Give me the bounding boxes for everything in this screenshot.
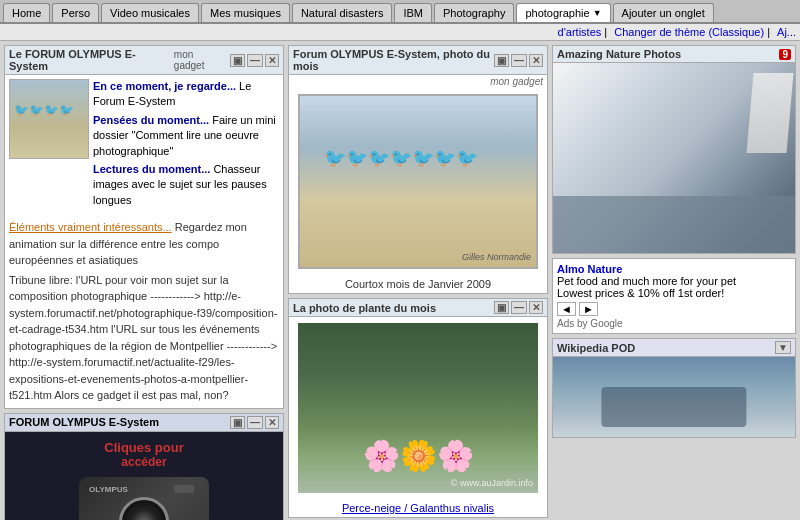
- ads-by-google: Ads by Google: [557, 318, 791, 329]
- plante-du-mois-gadget: La photo de plante du mois ▣ — ✕ © www.a…: [288, 298, 548, 518]
- plante-link[interactable]: Perce-neige / Galanthus nivalis: [342, 502, 494, 514]
- camera-body: OLYMPUS: [79, 477, 209, 520]
- gadget3-minimize-icon[interactable]: —: [511, 301, 527, 314]
- gadget6-expand-icon[interactable]: ▼: [775, 341, 791, 354]
- camera-viewfinder: [174, 485, 194, 493]
- tab-photographie-active[interactable]: photographie ▼: [516, 3, 610, 22]
- forum-olympus-gadget: Le FORUM OLYMPUS E-System mon gadget ▣ —…: [4, 45, 284, 409]
- action-bar: d'artistes | Changer de thème (Classique…: [0, 24, 800, 41]
- gadget5-header: Amazing Nature Photos 9: [553, 46, 795, 63]
- wiki-image-shape: [601, 387, 746, 427]
- lectures-link[interactable]: Lectures du moment...: [93, 163, 210, 175]
- acceder-text: accéder: [121, 455, 166, 469]
- gadget1-title: Le FORUM OLYMPUS E-System: [9, 48, 174, 72]
- ad-controls: ◄ ►: [557, 302, 791, 316]
- birds-photo: Gilles Normandie: [298, 94, 538, 269]
- gadget2-header: Forum OLYMPUS E-System, photo du mois ▣ …: [289, 46, 547, 75]
- right-column: Amazing Nature Photos 9 Almo Nature Pet …: [552, 45, 796, 520]
- tab-natural-disasters[interactable]: Natural disasters: [292, 3, 393, 22]
- gadget4-minimize-icon[interactable]: —: [247, 416, 263, 429]
- wikipedia-image: [553, 357, 795, 437]
- gadget4-title: FORUM OLYMPUS E-System: [9, 416, 159, 429]
- camera-brand: OLYMPUS: [89, 485, 128, 494]
- gadget4-resize-icon[interactable]: ▣: [230, 416, 245, 429]
- gadget2-mon-gadget: mon gadget: [289, 75, 547, 88]
- camera-lens: [119, 497, 169, 520]
- gadget2-title: Forum OLYMPUS E-System, photo du mois: [293, 48, 494, 72]
- tab-ibm[interactable]: IBM: [394, 3, 432, 22]
- gadget2-image-container: Gilles Normandie: [289, 88, 547, 275]
- gadget3-image-container: © www.auJardin.info: [289, 317, 547, 499]
- gadget1-minimize-icon[interactable]: —: [247, 54, 263, 67]
- gadget1-full-text: Éléments vraiment intéressants... Regard…: [5, 215, 283, 408]
- center-column: Forum OLYMPUS E-System, photo du mois ▣ …: [288, 45, 548, 520]
- photo-author: Gilles Normandie: [462, 252, 531, 262]
- cliques-text: Cliques pour: [104, 440, 183, 455]
- amazing-nature-gadget: Amazing Nature Photos 9: [552, 45, 796, 254]
- gadget3-title: La photo de plante du mois: [293, 302, 436, 314]
- tab-mes-musiques[interactable]: Mes musiques: [201, 3, 290, 22]
- change-theme-link[interactable]: Changer de thème (Classique): [614, 26, 764, 38]
- photo-du-mois-gadget: Forum OLYMPUS E-System, photo du mois ▣ …: [288, 45, 548, 294]
- gadget1-resize-icon[interactable]: ▣: [230, 54, 245, 67]
- ad-box: Almo Nature Pet food and much more for y…: [552, 258, 796, 334]
- gadget6-controls: ▼: [775, 341, 791, 354]
- gadget3-resize-icon[interactable]: ▣: [494, 301, 509, 314]
- gadget3-header: La photo de plante du mois ▣ — ✕: [289, 299, 547, 317]
- tribune-label: Tribune libre:: [9, 274, 73, 286]
- main-content: Le FORUM OLYMPUS E-System mon gadget ▣ —…: [0, 41, 800, 520]
- gadget5-badge: 9: [779, 49, 791, 60]
- gadget1-close-icon[interactable]: ✕: [265, 54, 279, 67]
- tribune-content: l'URL pour voir mon sujet sur la composi…: [9, 274, 277, 402]
- elements-link[interactable]: Éléments vraiment intéressants...: [9, 221, 172, 233]
- gadget2-controls: ▣ — ✕: [494, 54, 543, 67]
- tab-perso[interactable]: Perso: [52, 3, 99, 22]
- gadget6-title: Wikipedia POD: [557, 342, 635, 354]
- gadget3-close-icon[interactable]: ✕: [529, 301, 543, 314]
- artistes-link[interactable]: d'artistes: [558, 26, 602, 38]
- gadget1-thumbnail: 🐦🐦🐦🐦: [9, 79, 89, 159]
- gadget2-minimize-icon[interactable]: —: [511, 54, 527, 67]
- separator: |: [604, 26, 610, 38]
- gadget1-header: Le FORUM OLYMPUS E-System mon gadget ▣ —…: [5, 46, 283, 75]
- gadget2-caption: Courtox mois de Janvier 2009: [289, 275, 547, 293]
- gadget1-body: 🐦🐦🐦🐦 En ce moment, je regarde... Le Foru…: [5, 75, 283, 215]
- gadget2-close-icon[interactable]: ✕: [529, 54, 543, 67]
- gadget3-caption: Perce-neige / Galanthus nivalis: [289, 499, 547, 517]
- aj-link[interactable]: Aj...: [777, 26, 796, 38]
- ad-prev-button[interactable]: ◄: [557, 302, 576, 316]
- flower-photo: © www.auJardin.info: [298, 323, 538, 493]
- ad-promo: Lowest prices & 10% off 1st order!: [557, 287, 791, 299]
- gadget4-close-icon[interactable]: ✕: [265, 416, 279, 429]
- separator2: |: [767, 26, 773, 38]
- forum-olympus-camera-gadget: FORUM OLYMPUS E-System ▣ — ✕ Cliques pou…: [4, 413, 284, 520]
- nature-tent-shape: [747, 73, 794, 153]
- tab-home[interactable]: Home: [3, 3, 50, 22]
- left-column: Le FORUM OLYMPUS E-System mon gadget ▣ —…: [4, 45, 284, 520]
- en-ce-moment-link[interactable]: En ce moment, je regarde...: [93, 80, 236, 92]
- gadget1-text: En ce moment, je regarde... Le Forum E-S…: [93, 79, 279, 211]
- ad-description: Pet food and much more for your pet: [557, 275, 791, 287]
- flower-url: © www.auJardin.info: [451, 478, 533, 488]
- nature-photo: [553, 63, 795, 253]
- tab-video-musicales[interactable]: Video musicales: [101, 3, 199, 22]
- gadget3-controls: ▣ — ✕: [494, 301, 543, 314]
- wikipedia-pod-gadget: Wikipedia POD ▼: [552, 338, 796, 438]
- gadget4-controls: ▣ — ✕: [230, 416, 279, 429]
- tab-bar: Home Perso Video musicales Mes musiques …: [0, 0, 800, 24]
- pensees-link[interactable]: Pensées du moment...: [93, 114, 209, 126]
- tab-photographie-label: photographie: [525, 7, 589, 19]
- camera-illustration: OLYMPUS: [79, 477, 209, 520]
- gadget6-header: Wikipedia POD ▼: [553, 339, 795, 357]
- almo-nature-link[interactable]: Almo Nature: [557, 263, 622, 275]
- gadget1-controls: ▣ — ✕: [230, 54, 279, 67]
- gadget2-resize-icon[interactable]: ▣: [494, 54, 509, 67]
- gadget4-header: FORUM OLYMPUS E-System ▣ — ✕: [5, 414, 283, 432]
- gadget5-title: Amazing Nature Photos: [557, 48, 681, 60]
- ad-next-button[interactable]: ►: [579, 302, 598, 316]
- nature-foreground: [553, 196, 795, 253]
- tab-photography[interactable]: Photography: [434, 3, 514, 22]
- chevron-down-icon: ▼: [593, 8, 602, 18]
- add-tab-button[interactable]: Ajouter un onglet: [613, 3, 714, 22]
- gadget4-body: Cliques pour accéder OLYMPUS au FORUM OL…: [5, 432, 283, 520]
